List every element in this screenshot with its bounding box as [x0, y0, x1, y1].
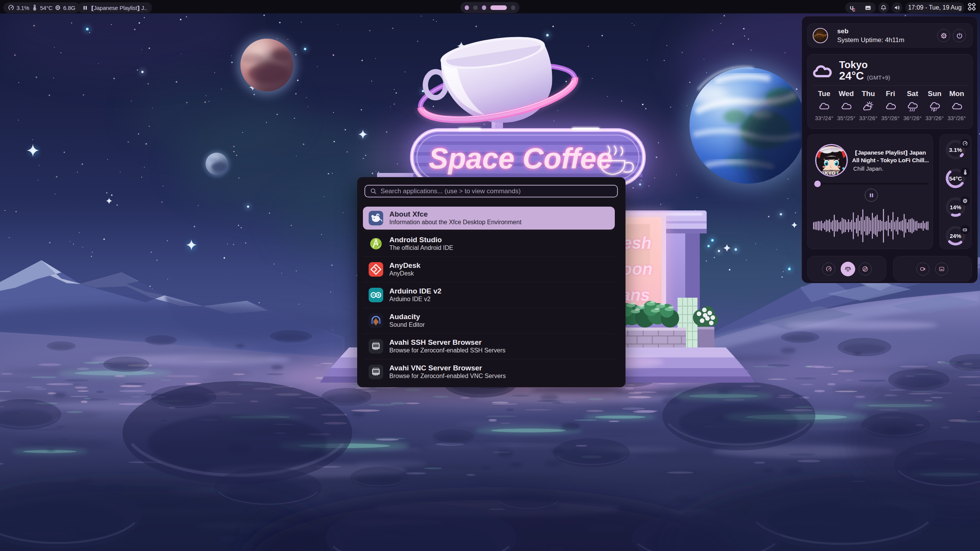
svg-text:Space Coffee: Space Coffee	[429, 142, 612, 174]
